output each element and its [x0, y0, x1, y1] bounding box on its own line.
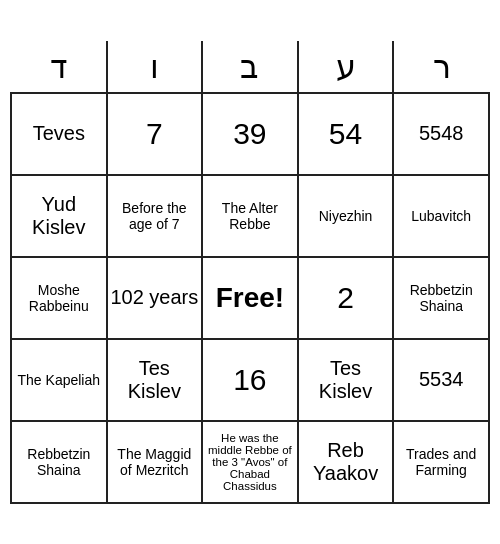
cell-1-0: Yud Kislev: [11, 175, 107, 257]
cell-3-2: 16: [202, 339, 298, 421]
cell-1-3: Niyezhin: [298, 175, 394, 257]
cell-3-3: Tes Kislev: [298, 339, 394, 421]
table-row-2: Moshe Rabbeinu102 yearsFree!2Rebbetzin S…: [11, 257, 489, 339]
cell-4-2: He was the middle Rebbe of the 3 "Avos" …: [202, 421, 298, 503]
cell-2-0: Moshe Rabbeinu: [11, 257, 107, 339]
cell-3-1: Tes Kislev: [107, 339, 202, 421]
cell-0-1: 7: [107, 93, 202, 175]
header-col-3: ע: [298, 41, 394, 93]
header-col-4: ר: [393, 41, 489, 93]
table-row-4: Rebbetzin ShainaThe Maggid of MezritchHe…: [11, 421, 489, 503]
cell-0-0: Teves: [11, 93, 107, 175]
table-row-0: Teves739545548: [11, 93, 489, 175]
cell-4-3: Reb Yaakov: [298, 421, 394, 503]
cell-0-2: 39: [202, 93, 298, 175]
table-row-3: The KapeliahTes Kislev16Tes Kislev5534: [11, 339, 489, 421]
cell-3-0: The Kapeliah: [11, 339, 107, 421]
header-col-1: ו: [107, 41, 202, 93]
cell-4-1: The Maggid of Mezritch: [107, 421, 202, 503]
cell-2-2: Free!: [202, 257, 298, 339]
bingo-card: דובער Teves739545548Yud KislevBefore the…: [10, 41, 490, 504]
cell-3-4: 5534: [393, 339, 489, 421]
cell-4-4: Trades and Farming: [393, 421, 489, 503]
cell-1-4: Lubavitch: [393, 175, 489, 257]
cell-0-4: 5548: [393, 93, 489, 175]
cell-0-3: 54: [298, 93, 394, 175]
cell-2-3: 2: [298, 257, 394, 339]
table-row-1: Yud KislevBefore the age of 7The Alter R…: [11, 175, 489, 257]
header-col-2: ב: [202, 41, 298, 93]
header-row: דובער: [11, 41, 489, 93]
header-col-0: ד: [11, 41, 107, 93]
cell-1-2: The Alter Rebbe: [202, 175, 298, 257]
cell-2-1: 102 years: [107, 257, 202, 339]
cell-4-0: Rebbetzin Shaina: [11, 421, 107, 503]
cell-1-1: Before the age of 7: [107, 175, 202, 257]
cell-2-4: Rebbetzin Shaina: [393, 257, 489, 339]
